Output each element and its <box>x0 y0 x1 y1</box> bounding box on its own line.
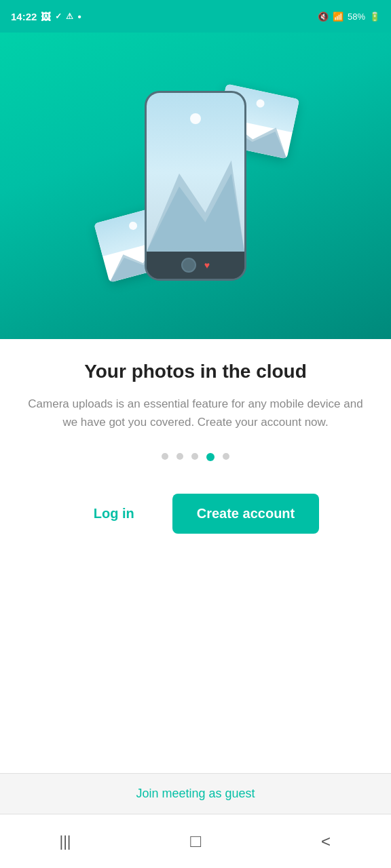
home-icon[interactable]: □ <box>179 825 212 859</box>
action-buttons: Log in Create account <box>22 494 369 534</box>
dot-2 <box>176 453 183 460</box>
recent-apps-icon[interactable]: ||| <box>48 825 82 859</box>
pagination-dots <box>162 453 229 461</box>
nav-bar: ||| □ < <box>0 814 391 868</box>
phone-home-button <box>181 258 196 273</box>
battery-icon: 🔋 <box>369 12 380 22</box>
heart-icon: ♥ <box>204 260 210 271</box>
status-bar: 14:22 🖼 ✓ ⚠ • 🔇 📶 58% 🔋 <box>0 0 391 33</box>
battery-text: 58% <box>348 12 365 22</box>
headline: Your photos in the cloud <box>84 361 307 382</box>
dot-3 <box>191 453 198 460</box>
wifi-icon: 📶 <box>333 12 343 22</box>
illustration: ♥ <box>107 57 284 315</box>
time-display: 14:22 <box>11 11 37 22</box>
mute-icon: 🔇 <box>318 12 329 22</box>
warning-icon: ⚠ <box>66 12 73 21</box>
status-bar-right: 🔇 📶 58% 🔋 <box>318 12 380 22</box>
image-icon: 🖼 <box>41 11 51 22</box>
dot-1 <box>162 453 168 460</box>
guest-bar[interactable]: Join meeting as guest <box>0 773 391 814</box>
guest-bar-text: Join meeting as guest <box>136 787 255 801</box>
dot-5 <box>223 453 229 460</box>
subtext: Camera uploads is an essential feature f… <box>22 395 369 431</box>
check-icon: ✓ <box>55 12 62 21</box>
phone-bottom-bar: ♥ <box>147 252 244 279</box>
phone-illustration: ♥ <box>145 91 246 281</box>
back-icon[interactable]: < <box>309 825 343 859</box>
dot-icon: • <box>77 11 81 22</box>
phone-screen <box>147 93 244 252</box>
status-bar-left: 14:22 🖼 ✓ ⚠ • <box>11 11 81 22</box>
dot-4-active <box>206 453 215 461</box>
create-account-button[interactable]: Create account <box>172 494 320 534</box>
hero-section: ♥ <box>0 0 391 339</box>
svg-marker-3 <box>147 174 244 252</box>
login-button[interactable]: Log in <box>72 495 156 532</box>
